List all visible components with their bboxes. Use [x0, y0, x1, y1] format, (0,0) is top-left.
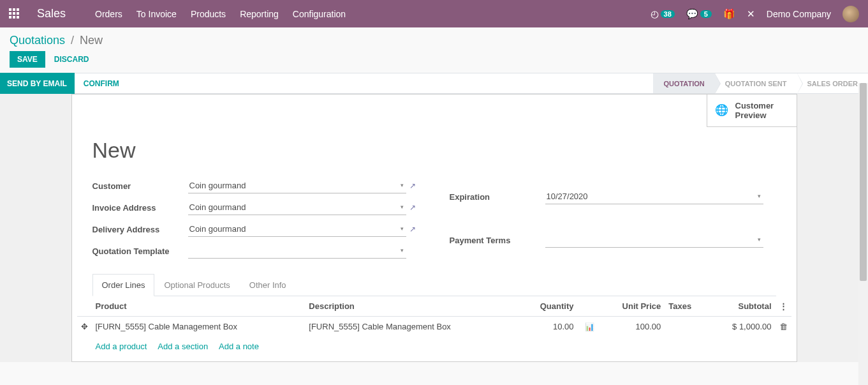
customer-field[interactable]: ▾	[188, 178, 406, 193]
customer-preview-button[interactable]: 🌐 Customer Preview	[707, 94, 797, 127]
invoice-external-link-icon[interactable]: ↗	[406, 203, 419, 212]
tab-optional-products[interactable]: Optional Products	[154, 274, 239, 296]
company-switcher[interactable]: Demo Company	[767, 9, 831, 19]
forecast-graph-icon[interactable]: 📊	[585, 322, 594, 331]
add-row: Add a product Add a section Add a note	[77, 336, 791, 356]
menu-to-invoice[interactable]: To Invoice	[136, 9, 177, 19]
col-quantity: Quantity	[519, 296, 577, 317]
invoice-address-field[interactable]: ▾	[188, 200, 406, 215]
delivery-external-link-icon[interactable]: ↗	[406, 225, 419, 234]
drag-handle-icon[interactable]: ✥	[77, 317, 92, 337]
delivery-label: Delivery Address	[92, 225, 188, 234]
add-note-link[interactable]: Add a note	[219, 342, 259, 351]
customer-preview-l1: Customer	[735, 101, 786, 110]
main-menu: Orders To Invoice Products Reporting Con…	[95, 9, 346, 19]
expiration-input[interactable]	[545, 189, 763, 204]
line-subtotal: $ 1,000.00	[709, 317, 776, 337]
delete-line-icon[interactable]: 🗑	[776, 317, 791, 337]
control-panel: Save Discard	[0, 51, 868, 73]
invoice-input[interactable]	[188, 200, 406, 215]
col-unit-price: Unit Price	[598, 296, 665, 317]
menu-reporting[interactable]: Reporting	[240, 9, 279, 19]
left-column: Customer ▾ ↗ Invoice Address ▾ ↗ Deliver…	[92, 178, 419, 259]
breadcrumb-sep: /	[71, 34, 74, 47]
order-line-row[interactable]: ✥ [FURN_5555] Cable Management Box [FURN…	[77, 317, 791, 337]
app-name[interactable]: Sales	[37, 7, 66, 20]
form-sheet: 🌐 Customer Preview New Customer ▾ ↗ Invo…	[71, 94, 797, 362]
breadcrumb-current: New	[80, 34, 103, 47]
notebook-tabs: Order Lines Optional Products Other Info	[92, 274, 776, 296]
step-quotation[interactable]: Quotation	[653, 73, 714, 93]
right-column: Expiration ▾ Payment Terms ▾	[450, 178, 776, 259]
line-price[interactable]: 100.00	[598, 317, 665, 337]
customer-external-link-icon[interactable]: ↗	[406, 181, 419, 190]
line-description[interactable]: [FURN_5555] Cable Management Box	[305, 317, 519, 337]
scrollbar[interactable]	[858, 83, 868, 385]
order-lines-table: Product Description Quantity Unit Price …	[77, 296, 791, 356]
customer-preview-l2: Preview	[735, 110, 786, 120]
template-input[interactable]	[188, 243, 406, 259]
form-fields: Customer ▾ ↗ Invoice Address ▾ ↗ Deliver…	[72, 178, 797, 259]
user-avatar[interactable]	[842, 6, 859, 22]
col-product: Product	[92, 296, 305, 317]
status-steps: Quotation Quotation Sent Sales Order	[653, 73, 868, 93]
step-quotation-sent[interactable]: Quotation Sent	[715, 73, 797, 93]
statusbar-buttons: Send by Email Confirm	[0, 73, 128, 93]
systray: ◴38 💬5 🎁 ✕ Demo Company	[651, 6, 859, 22]
debug-icon[interactable]: ✕	[747, 8, 755, 20]
menu-orders[interactable]: Orders	[95, 9, 122, 19]
line-qty[interactable]: 10.00	[519, 317, 577, 337]
tab-other-info[interactable]: Other Info	[240, 274, 296, 296]
columns-menu-icon[interactable]: ⋮	[776, 296, 791, 317]
discard-button[interactable]: Discard	[54, 55, 89, 64]
record-title: New	[72, 94, 797, 178]
col-description: Description	[305, 296, 519, 317]
template-label: Quotation Template	[92, 246, 188, 256]
payment-terms-field[interactable]: ▾	[545, 232, 763, 248]
menu-products[interactable]: Products	[191, 9, 226, 19]
form-view: 🌐 Customer Preview New Customer ▾ ↗ Invo…	[0, 94, 868, 362]
step-sales-order[interactable]: Sales Order	[797, 73, 868, 93]
statusbar: Send by Email Confirm Quotation Quotatio…	[0, 73, 868, 94]
menu-configuration[interactable]: Configuration	[293, 9, 346, 19]
apps-icon[interactable]	[9, 8, 20, 20]
activity-badge: 38	[661, 10, 675, 18]
add-product-link[interactable]: Add a product	[96, 342, 147, 351]
breadcrumb: Quotations / New	[0, 27, 868, 51]
payment-terms-label: Payment Terms	[450, 236, 545, 245]
customer-input[interactable]	[188, 178, 406, 193]
breadcrumb-root[interactable]: Quotations	[10, 34, 65, 47]
expiration-label: Expiration	[450, 192, 545, 202]
invoice-label: Invoice Address	[92, 203, 188, 213]
quotation-template-field[interactable]: ▾	[188, 243, 406, 259]
expiration-field[interactable]: ▾	[545, 189, 763, 204]
confirm-button[interactable]: Confirm	[75, 79, 128, 88]
send-by-email-button[interactable]: Send by Email	[0, 73, 75, 94]
delivery-input[interactable]	[188, 222, 406, 237]
top-navbar: Sales Orders To Invoice Products Reporti…	[0, 0, 868, 27]
scrollbar-thumb[interactable]	[860, 83, 867, 281]
customer-label: Customer	[92, 181, 188, 191]
globe-icon: 🌐	[715, 103, 728, 117]
add-section-link[interactable]: Add a section	[158, 342, 208, 351]
col-subtotal: Subtotal	[709, 296, 776, 317]
activity-icon[interactable]: ◴38	[651, 8, 675, 20]
messaging-badge: 5	[700, 10, 712, 18]
save-button[interactable]: Save	[10, 51, 45, 68]
messaging-icon[interactable]: 💬5	[686, 8, 712, 20]
line-taxes[interactable]	[665, 317, 708, 337]
col-taxes: Taxes	[665, 296, 708, 317]
tab-order-lines[interactable]: Order Lines	[92, 274, 155, 296]
payment-terms-input[interactable]	[545, 232, 763, 248]
delivery-address-field[interactable]: ▾	[188, 222, 406, 237]
gift-icon[interactable]: 🎁	[723, 8, 735, 20]
line-product[interactable]: [FURN_5555] Cable Management Box	[92, 317, 305, 337]
